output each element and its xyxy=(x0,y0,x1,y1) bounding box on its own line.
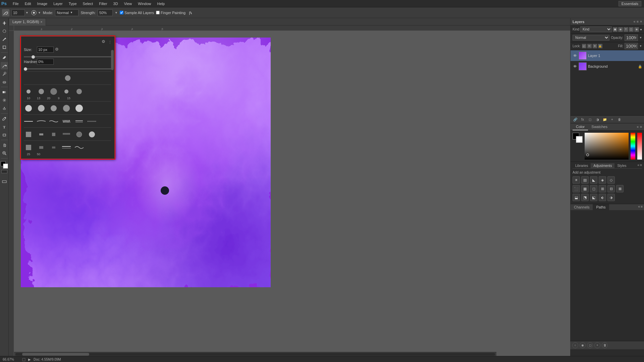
scroll-thumb[interactable] xyxy=(22,353,89,356)
brush-final-1[interactable] xyxy=(24,143,33,152)
layers-panel-menu[interactable]: ≡ xyxy=(637,20,639,23)
brush-special-2[interactable] xyxy=(37,117,46,126)
layer-blend-mode[interactable]: Normal xyxy=(573,35,609,41)
hardness-slider[interactable] xyxy=(24,68,112,69)
exposure-btn[interactable]: ◈ xyxy=(599,176,606,184)
tab-styles[interactable]: Styles xyxy=(614,163,629,168)
menu-type[interactable]: Type xyxy=(66,1,79,6)
delete-layer-btn[interactable]: 🗑 xyxy=(617,117,622,122)
magic-wand-tool[interactable] xyxy=(1,36,8,43)
tab-swatches[interactable]: Swatches xyxy=(588,124,611,130)
color-gradient-picker[interactable] xyxy=(585,133,629,160)
screen-mode-btn[interactable] xyxy=(1,178,8,185)
menu-image[interactable]: Image xyxy=(35,1,50,6)
layer-effects-btn[interactable]: fx xyxy=(580,117,585,122)
sample-all-layers-checkbox[interactable] xyxy=(120,11,123,14)
brush-popup-scrollbar[interactable] xyxy=(111,50,114,158)
opacity-input[interactable] xyxy=(625,35,638,41)
strength-arrow[interactable]: ▼ xyxy=(115,11,118,14)
tab-channels[interactable]: Channels xyxy=(571,204,593,210)
layer-visibility-layer1[interactable]: 👁 xyxy=(573,53,577,58)
brush-final-3[interactable] xyxy=(49,143,58,152)
invert-btn[interactable]: ⬓ xyxy=(573,194,580,201)
strength-value[interactable]: 50% xyxy=(98,9,113,16)
brush-sample-4[interactable] xyxy=(62,87,71,96)
layer-item-background[interactable]: 👁 Background 🔒 xyxy=(571,61,644,72)
brush-final-2[interactable] xyxy=(37,143,46,152)
brush-large-2[interactable] xyxy=(37,104,46,113)
size-input[interactable] xyxy=(37,47,54,53)
adjustment-layer-btn[interactable]: ◑ xyxy=(595,117,600,122)
crop-tool[interactable] xyxy=(1,44,8,51)
new-layer-btn[interactable]: + xyxy=(609,117,615,122)
menu-window[interactable]: Window xyxy=(135,1,154,6)
brush-more-6[interactable] xyxy=(87,130,97,139)
layer-item-layer1[interactable]: 👁 Layer 1 xyxy=(571,50,644,61)
clone-stamp-tool[interactable] xyxy=(1,70,8,77)
link-layers-btn[interactable]: 🔗 xyxy=(573,117,578,122)
lock-transparent-icon[interactable]: ◱ xyxy=(582,44,586,48)
brush-final-4[interactable] xyxy=(62,143,71,152)
smudge-tool[interactable] xyxy=(1,62,8,69)
bw-btn[interactable]: ◻ xyxy=(590,185,597,192)
menu-help[interactable]: Help xyxy=(154,1,167,6)
brush-size-value[interactable]: 10 xyxy=(11,9,25,16)
tab-paths[interactable]: Paths xyxy=(593,204,609,210)
zoom-tool[interactable] xyxy=(1,149,8,157)
eyedropper-tool[interactable] xyxy=(1,54,8,61)
fill-input[interactable] xyxy=(625,43,638,49)
tab-adjustments[interactable]: Adjustments xyxy=(591,163,614,168)
tab-libraries[interactable]: Libraries xyxy=(573,163,591,168)
brush-sample-1[interactable] xyxy=(24,87,33,96)
channel-mixer-btn[interactable]: ⊟ xyxy=(607,185,615,192)
brush-settings-gear[interactable]: ⚙ xyxy=(102,39,107,45)
brush-sample-3[interactable] xyxy=(49,87,58,96)
scroll-thumb[interactable] xyxy=(111,50,114,70)
menu-file[interactable]: File xyxy=(10,1,21,6)
color-panel-collapse[interactable]: « xyxy=(637,125,639,129)
shape-tool[interactable] xyxy=(1,131,8,138)
layer-visibility-background[interactable]: 👁 xyxy=(573,64,577,69)
menu-layer[interactable]: Layer xyxy=(51,1,65,6)
hand-tool[interactable] xyxy=(1,141,8,149)
brush-picker-arrow[interactable]: ▼ xyxy=(38,11,41,14)
color-lookup-btn[interactable]: ⊠ xyxy=(616,185,624,192)
background-color-swatch[interactable] xyxy=(576,136,583,143)
brush-sample-2[interactable] xyxy=(37,87,46,96)
lock-all-icon[interactable]: 🔒 xyxy=(598,44,602,48)
brightness-contrast-btn[interactable]: ☀ xyxy=(573,176,580,184)
tab-close-btn[interactable]: × xyxy=(40,20,42,24)
pen-tool[interactable] xyxy=(1,115,8,122)
menu-3d[interactable]: 3D xyxy=(111,1,121,6)
brush-special-3[interactable] xyxy=(49,117,58,126)
opacity-arrow[interactable]: ▼ xyxy=(639,36,642,39)
brush-large-1[interactable] xyxy=(24,104,33,113)
brush-more-1[interactable] xyxy=(24,130,33,139)
brush-more-3[interactable] xyxy=(49,130,58,139)
layers-panel-collapse[interactable]: « xyxy=(634,20,636,23)
fill-arrow[interactable]: ▼ xyxy=(639,45,642,48)
hue-strip[interactable] xyxy=(631,133,635,160)
workspace-selector[interactable]: Essentials xyxy=(619,1,641,6)
brush-special-1[interactable] xyxy=(24,117,33,126)
brush-more-4[interactable] xyxy=(62,130,71,139)
path-to-selection-btn[interactable]: ○ xyxy=(572,342,578,348)
brush-more-5[interactable] xyxy=(74,130,84,139)
menu-select[interactable]: Select xyxy=(80,1,96,6)
posterize-btn[interactable]: ⬔ xyxy=(581,194,589,201)
blur-tool[interactable] xyxy=(1,97,8,104)
channels-collapse[interactable]: « xyxy=(638,205,640,209)
adj-collapse[interactable]: « xyxy=(638,163,640,168)
filter-type-icon[interactable]: T xyxy=(624,27,628,32)
quick-mask-btn[interactable] xyxy=(1,170,7,173)
canvas-tab[interactable]: Layer 1, RGB/8) × xyxy=(9,18,46,25)
size-slider[interactable] xyxy=(24,56,112,57)
gradient-map-btn[interactable]: ⬖ xyxy=(599,194,606,201)
menu-edit[interactable]: Edit xyxy=(22,1,34,6)
selection-to-path-btn[interactable]: ◉ xyxy=(580,342,586,348)
curves-btn[interactable]: ◣ xyxy=(590,176,597,184)
size-gear-icon[interactable]: ⚙ xyxy=(55,47,60,52)
background-color[interactable] xyxy=(3,164,8,169)
brush-size-arrow[interactable]: ▼ xyxy=(25,11,29,14)
filter-adjust-icon[interactable]: ◈ xyxy=(618,27,623,32)
